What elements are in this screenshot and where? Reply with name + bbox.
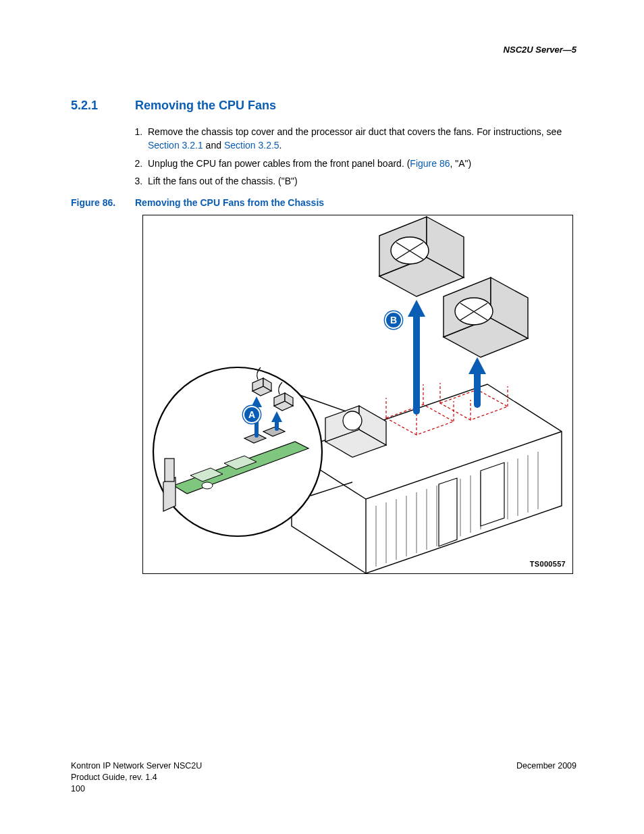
footer-guide-rev: Product Guide, rev. 1.4 bbox=[71, 772, 576, 783]
footer-page-number: 100 bbox=[71, 783, 576, 795]
page-footer: Kontron IP Network Server NSC2U Product … bbox=[71, 760, 576, 795]
figure-number: Figure 86. bbox=[71, 197, 135, 208]
content: 5.2.1 Removing the CPU Fans Remove the c… bbox=[71, 99, 574, 574]
step-2: Unplug the CPU fan power cables from the… bbox=[145, 157, 574, 170]
step-1-post: . bbox=[279, 140, 282, 151]
step-3-pre: Lift the fans out of the chassis. ("B") bbox=[148, 176, 298, 186]
link-section-3-2-5[interactable]: Section 3.2.5 bbox=[224, 140, 279, 151]
svg-marker-45 bbox=[408, 300, 425, 317]
link-section-3-2-1[interactable]: Section 3.2.1 bbox=[148, 140, 203, 151]
running-head: NSC2U Server—5 bbox=[504, 45, 576, 55]
section-heading: 5.2.1 Removing the CPU Fans bbox=[71, 99, 574, 113]
svg-marker-52 bbox=[163, 477, 176, 511]
footer-date: December 2009 bbox=[516, 760, 576, 772]
step-1-mid: and bbox=[203, 140, 224, 151]
step-1: Remove the chassis top cover and the pro… bbox=[145, 125, 574, 153]
step-2-pre: Unplug the CPU fan power cables from the… bbox=[148, 158, 410, 169]
figure-86-image: A B TS000557 bbox=[142, 215, 573, 574]
svg-marker-16 bbox=[439, 478, 457, 546]
figure-ts-code: TS000557 bbox=[530, 560, 566, 568]
figure-caption: Figure 86. Removing the CPU Fans from th… bbox=[71, 197, 574, 208]
callout-b: B bbox=[385, 311, 402, 329]
footer-product: Kontron IP Network Server NSC2U bbox=[71, 760, 576, 772]
section-number: 5.2.1 bbox=[71, 99, 135, 113]
step-1-pre: Remove the chassis top cover and the pro… bbox=[148, 126, 562, 137]
step-3: Lift the fans out of the chassis. ("B") bbox=[145, 174, 574, 188]
svg-point-56 bbox=[202, 482, 213, 489]
svg-point-31 bbox=[343, 411, 362, 430]
svg-marker-17 bbox=[481, 463, 504, 526]
page: NSC2U Server—5 5.2.1 Removing the CPU Fa… bbox=[0, 0, 644, 834]
svg-rect-53 bbox=[165, 459, 174, 481]
step-list: Remove the chassis top cover and the pro… bbox=[145, 125, 574, 188]
link-figure-86[interactable]: Figure 86 bbox=[410, 158, 450, 169]
callout-a: A bbox=[243, 406, 261, 423]
chassis-illustration bbox=[143, 215, 572, 573]
svg-marker-47 bbox=[468, 357, 486, 374]
section-title: Removing the CPU Fans bbox=[135, 99, 276, 113]
figure-title: Removing the CPU Fans from the Chassis bbox=[135, 197, 324, 208]
step-2-post: , "A") bbox=[450, 158, 471, 169]
